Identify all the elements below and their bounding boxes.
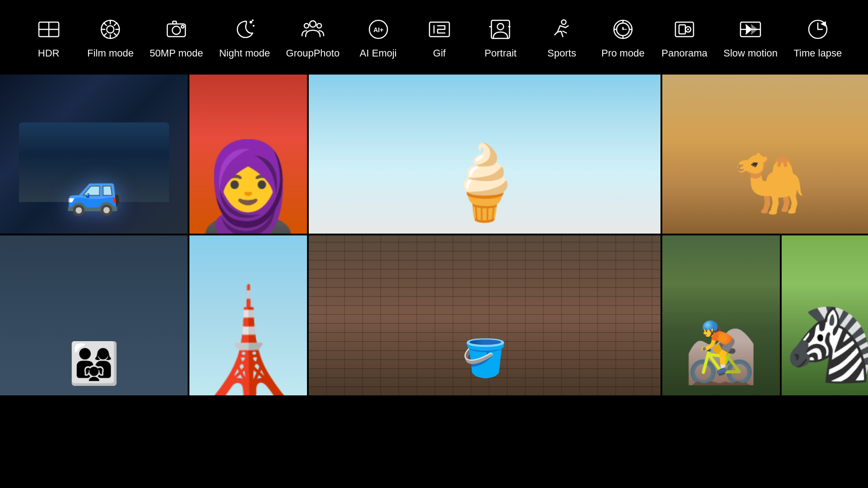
photo-alley[interactable]	[309, 235, 660, 395]
toolbar-item-sports[interactable]: Sports	[539, 16, 585, 59]
panorama-icon	[671, 16, 698, 43]
photo-zebra[interactable]	[782, 235, 868, 395]
night-mode-icon	[231, 16, 258, 43]
svg-point-27	[497, 23, 504, 30]
svg-line-30	[563, 31, 566, 33]
svg-point-19	[252, 19, 254, 21]
svg-point-20	[310, 21, 316, 27]
toolbar-item-time-lapse[interactable]: Time lapse	[793, 16, 842, 59]
svg-point-18	[253, 25, 255, 27]
photo-portrait[interactable]	[189, 75, 307, 234]
toolbar-item-night-mode[interactable]: Night mode	[219, 16, 270, 59]
svg-point-28	[561, 20, 566, 24]
svg-point-4	[107, 26, 114, 33]
toolbar-item-panorama[interactable]: Panorama	[661, 16, 708, 59]
time-lapse-icon	[804, 16, 831, 43]
film-mode-label: Film mode	[87, 47, 134, 59]
time-lapse-label: Time lapse	[793, 47, 842, 59]
ai-emoji-icon: AI+	[365, 16, 392, 43]
photo-lighthouse[interactable]	[189, 235, 307, 395]
group-photo-icon	[299, 16, 326, 43]
photo-grid	[0, 75, 868, 488]
pro-mode-icon	[609, 16, 637, 43]
toolbar-item-pro-mode[interactable]: Pro mode	[600, 16, 646, 59]
night-mode-label: Night mode	[219, 47, 270, 59]
svg-text:AI+: AI+	[373, 26, 383, 33]
toolbar: HDR Film mode	[0, 0, 868, 75]
50mp-label: 50MP mode	[150, 47, 203, 59]
toolbar-item-portrait[interactable]: Portrait	[478, 16, 523, 59]
50mp-icon	[163, 16, 190, 43]
toolbar-item-gif[interactable]: Gif	[417, 16, 462, 59]
svg-point-17	[250, 21, 252, 23]
gif-icon	[426, 16, 453, 43]
toolbar-item-film-mode[interactable]: Film mode	[87, 16, 134, 59]
svg-point-21	[304, 23, 309, 28]
toolbar-item-hdr[interactable]: HDR	[26, 16, 71, 59]
hdr-icon	[35, 16, 62, 43]
toolbar-item-50mp[interactable]: 50MP mode	[150, 16, 203, 59]
sports-label: Sports	[547, 47, 576, 59]
svg-point-14	[172, 26, 180, 34]
toolbar-item-group-photo[interactable]: GroupPhoto	[286, 16, 340, 59]
gif-label: Gif	[433, 47, 446, 59]
group-photo-label: GroupPhoto	[286, 47, 340, 59]
svg-line-9	[104, 23, 107, 25]
hdr-label: HDR	[38, 47, 60, 59]
svg-point-16	[181, 25, 184, 28]
portrait-label: Portrait	[485, 47, 517, 59]
film-mode-icon	[97, 16, 124, 43]
toolbar-item-slow-motion[interactable]: Slow motion	[723, 16, 778, 59]
photo-jeep[interactable]	[0, 75, 188, 234]
slow-motion-label: Slow motion	[723, 47, 778, 59]
photo-friends[interactable]	[0, 235, 188, 395]
pro-mode-label: Pro mode	[601, 47, 644, 59]
photo-camel[interactable]	[662, 75, 868, 234]
svg-line-11	[114, 23, 117, 25]
sports-icon	[548, 16, 576, 43]
svg-point-22	[317, 23, 321, 28]
ai-emoji-label: AI Emoji	[360, 47, 397, 59]
photo-icecream[interactable]	[309, 75, 660, 234]
svg-line-29	[555, 32, 557, 35]
photo-cyclist[interactable]	[662, 235, 780, 395]
slow-motion-icon	[737, 16, 764, 43]
svg-line-10	[114, 33, 117, 36]
panorama-label: Panorama	[661, 47, 708, 59]
svg-line-12	[104, 33, 107, 36]
svg-rect-40	[679, 25, 685, 34]
svg-rect-15	[173, 21, 176, 24]
svg-point-42	[687, 28, 689, 30]
toolbar-item-ai-emoji[interactable]: AI+ AI Emoji	[356, 16, 401, 59]
portrait-icon	[487, 16, 514, 43]
